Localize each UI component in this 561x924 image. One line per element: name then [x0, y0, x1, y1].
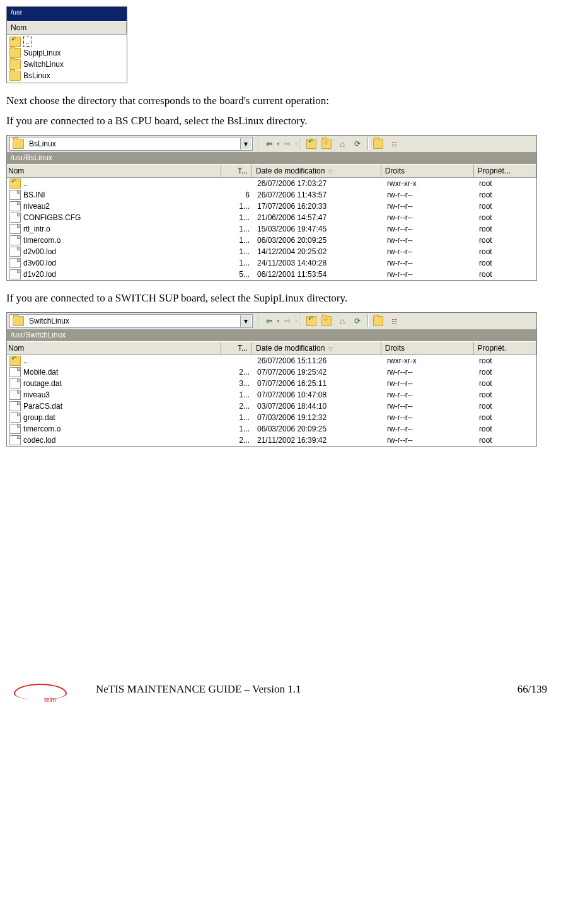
forward-button[interactable]: ⇨: [280, 314, 294, 328]
refresh-icon: [354, 139, 361, 148]
new-folder-button[interactable]: [320, 137, 334, 151]
folder-dropdown[interactable]: BsLinux ▾: [9, 137, 253, 151]
column-header-date[interactable]: Date de modification▽: [252, 342, 381, 354]
file-name: niveau3: [23, 390, 50, 399]
list-item[interactable]: BsLinux: [8, 70, 125, 81]
refresh-button[interactable]: [350, 137, 364, 151]
body-text: Next choose the directory that correspon…: [6, 95, 555, 107]
file-icon: [9, 378, 21, 389]
back-button[interactable]: ⇦: [262, 137, 276, 151]
file-name: Mobile.dat: [23, 368, 58, 377]
table-row[interactable]: ..26/07/2006 17:03:27rwxr-xr-xroot: [7, 178, 536, 189]
column-header-droits[interactable]: Droits: [381, 165, 474, 177]
column-header-nom[interactable]: Nom: [7, 165, 221, 177]
table-row[interactable]: d1v20.lod5...06/12/2001 11:53:54rw-r--r-…: [7, 269, 536, 280]
refresh-button[interactable]: [350, 314, 364, 328]
chevron-down-icon[interactable]: ▾: [240, 315, 251, 327]
file-owner: root: [475, 247, 536, 256]
table-row[interactable]: CONFIGBS.CFG1...21/06/2006 14:57:47rw-r-…: [7, 212, 536, 223]
refresh-icon: [354, 317, 361, 325]
list-item[interactable]: SupipLinux: [8, 47, 125, 59]
file-date: 26/07/2006 11:43:57: [253, 190, 383, 199]
separator: [301, 137, 302, 150]
folder-open-icon: [373, 139, 383, 149]
file-name: d1v20.lod: [23, 270, 56, 279]
page-footer: telm NeTIS MAINTENANCE GUIDE – Version 1…: [6, 666, 555, 706]
table-row[interactable]: niveau31...07/07/2006 10:47:08rw-r--r--r…: [7, 389, 536, 401]
separator: [367, 137, 369, 150]
file-icon: [9, 401, 21, 411]
file-permissions: rw-r--r--: [383, 225, 475, 233]
file-icon: [9, 269, 21, 279]
open-folder-button[interactable]: [372, 314, 386, 328]
column-header-nom[interactable]: Nom: [7, 22, 127, 33]
column-header-droits[interactable]: Droits: [381, 342, 474, 354]
dropdown-value: SwitchLinux: [26, 317, 240, 325]
list-item[interactable]: SwitchLinux: [8, 59, 125, 70]
table-row[interactable]: Mobile.dat2...07/07/2006 19:25:42rw-r--r…: [7, 366, 536, 378]
file-date: 07/03/2006 19:12:32: [253, 413, 383, 422]
file-name: rtl_intr.o: [23, 225, 50, 233]
table-row[interactable]: niveau21...17/07/2006 16:20:33rw-r--r--r…: [7, 201, 536, 212]
file-owner: root: [475, 368, 536, 377]
table-row[interactable]: routage.dat3...07/07/2006 16:25:11rw-r--…: [7, 378, 536, 389]
file-icon: [9, 424, 21, 434]
file-owner: root: [475, 356, 536, 365]
table-row[interactable]: group.dat1...07/03/2006 19:12:32rw-r--r-…: [7, 412, 536, 423]
file-size: 1...: [226, 259, 253, 267]
table-row[interactable]: ParaCS.dat2...03/07/2006 18:44:10rw-r--r…: [7, 401, 536, 412]
toolbar: BsLinux ▾ ⇦ ▾ ⇨ ▾: [7, 136, 536, 153]
table-row[interactable]: rtl_intr.o1...15/03/2006 19:47:45rw-r--r…: [7, 223, 536, 235]
column-header-owner[interactable]: Propriét...: [474, 165, 536, 177]
file-icon: [9, 367, 21, 377]
file-name: BS.INI: [23, 190, 45, 199]
dropdown-value: BsLinux: [26, 139, 240, 148]
table-row[interactable]: BS.INI626/07/2006 11:43:57rw-r--r--root: [7, 189, 536, 201]
home-button[interactable]: [335, 137, 349, 151]
footer-title: NeTIS MAINTENANCE GUIDE – Version 1.1: [96, 683, 497, 696]
table-row[interactable]: d2v00.lod1...14/12/2004 20:25:02rw-r--r-…: [7, 246, 536, 257]
forward-button[interactable]: ⇨: [280, 137, 294, 151]
file-icon: [9, 390, 21, 400]
file-size: 1...: [226, 390, 253, 399]
folder-up-icon: [9, 37, 21, 47]
folder-dropdown[interactable]: SwitchLinux ▾: [9, 314, 253, 328]
screenshot-usr-folder: /usr Nom ..SupipLinuxSwitchLinuxBsLinux: [6, 6, 127, 83]
back-button[interactable]: ⇦: [262, 314, 276, 328]
arrow-left-icon: ⇦: [266, 139, 272, 148]
new-folder-button[interactable]: [320, 314, 334, 328]
file-icon: [9, 213, 21, 223]
file-permissions: rw-r--r--: [383, 368, 475, 377]
table-row[interactable]: d3v00.lod1...24/11/2003 14:40:28rw-r--r-…: [7, 257, 536, 269]
file-size: 1...: [226, 225, 253, 233]
file-size: 5...: [226, 270, 253, 279]
up-folder-button[interactable]: [305, 314, 319, 328]
column-header-owner[interactable]: Propriét.: [474, 342, 536, 354]
home-button[interactable]: [335, 314, 349, 328]
folder-up-icon: [9, 178, 21, 189]
tree-button[interactable]: [387, 137, 401, 151]
up-folder-button[interactable]: [305, 137, 319, 151]
tree-button[interactable]: [387, 314, 401, 328]
list-item[interactable]: ..: [8, 36, 125, 47]
open-folder-button[interactable]: [372, 137, 386, 151]
table-row[interactable]: ..26/07/2006 15:11:26rwxr-xr-xroot: [7, 355, 536, 366]
column-header-date[interactable]: Date de modification▽: [252, 165, 381, 177]
folder-icon: [13, 139, 24, 149]
column-header-size[interactable]: T...: [221, 165, 252, 177]
folder-new-icon: [321, 316, 332, 326]
column-header-nom[interactable]: Nom: [7, 342, 221, 354]
table-row[interactable]: timercom.o1...06/03/2006 20:09:25rw-r--r…: [7, 235, 536, 246]
item-label: BsLinux: [23, 71, 50, 80]
file-name: CONFIGBS.CFG: [23, 213, 81, 222]
table-row[interactable]: codec.lod2...21/11/2002 16:39:42rw-r--r-…: [7, 435, 536, 446]
chevron-down-icon[interactable]: ▾: [240, 138, 251, 149]
logo-swirl-icon: telm: [14, 684, 67, 700]
file-name: ParaCS.dat: [23, 402, 62, 411]
separator: [258, 137, 259, 150]
item-label: SupipLinux: [23, 49, 61, 57]
file-icon: [9, 247, 21, 257]
column-header-size[interactable]: T...: [221, 342, 252, 354]
file-name: routage.dat: [23, 379, 62, 388]
table-row[interactable]: timercom.o1...06/03/2006 20:09:25rw-r--r…: [7, 423, 536, 435]
